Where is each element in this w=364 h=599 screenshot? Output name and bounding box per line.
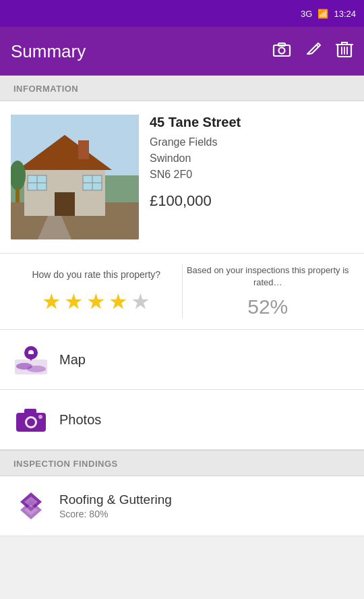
property-city: Swindon	[150, 150, 353, 167]
rating-section: How do you rate this property? ★ ★ ★ ★ ★…	[0, 254, 364, 330]
svg-rect-19	[16, 189, 20, 202]
information-section-label: INFORMATION	[0, 76, 364, 101]
header-actions	[272, 40, 353, 63]
svg-point-30	[38, 415, 42, 419]
map-icon	[11, 339, 51, 380]
photos-label: Photos	[59, 412, 101, 428]
photos-icon	[11, 399, 51, 440]
property-card: 45 Tane Street Grange Fields Swindon SN6…	[0, 101, 364, 254]
battery-indicator: 📶	[317, 9, 328, 19]
roofing-finding-item[interactable]: Roofing & Guttering Score: 80%	[0, 476, 364, 536]
svg-point-25	[27, 366, 46, 372]
rating-right: Based on your inspections this property …	[183, 264, 354, 318]
star-4[interactable]: ★	[109, 289, 128, 314]
camera-button[interactable]	[272, 40, 291, 63]
property-suburb: Grange Fields	[150, 134, 353, 150]
signal-indicator: 3G	[301, 9, 312, 19]
photos-menu-item[interactable]: Photos	[0, 390, 364, 450]
roofing-icon	[11, 486, 51, 526]
svg-rect-17	[78, 140, 89, 159]
rating-question: How do you rate this property?	[11, 268, 182, 282]
status-bar: 3G 📶 13:24	[0, 0, 364, 27]
property-price: £100,000	[150, 192, 353, 210]
edit-button[interactable]	[305, 40, 322, 62]
app-header: Summary	[0, 27, 364, 76]
rating-percent: 52%	[183, 295, 354, 318]
rating-left: How do you rate this property? ★ ★ ★ ★ ★	[11, 268, 182, 314]
svg-point-28	[27, 418, 35, 426]
finding-info: Roofing & Guttering Score: 80%	[59, 492, 172, 519]
property-street: 45 Tane Street	[150, 115, 353, 130]
map-label: Map	[59, 352, 86, 368]
finding-score: Score: 80%	[59, 509, 172, 519]
inspection-findings-label: INSPECTION FINDINGS	[0, 450, 364, 476]
page-title: Summary	[11, 41, 86, 62]
finding-title: Roofing & Guttering	[59, 492, 172, 507]
svg-rect-9	[55, 192, 75, 216]
star-5[interactable]: ★	[131, 289, 150, 314]
svg-rect-29	[24, 409, 36, 414]
rating-based-text: Based on your inspections this property …	[183, 264, 354, 289]
map-menu-item[interactable]: Map	[0, 330, 364, 390]
property-postcode: SN6 2F0	[150, 167, 353, 183]
property-image	[11, 115, 139, 239]
delete-button[interactable]	[336, 40, 353, 63]
time-display: 13:24	[334, 9, 356, 19]
property-info: 45 Tane Street Grange Fields Swindon SN6…	[150, 115, 353, 210]
svg-point-1	[279, 48, 285, 54]
star-2[interactable]: ★	[64, 289, 84, 314]
star-3[interactable]: ★	[86, 289, 106, 314]
star-rating[interactable]: ★ ★ ★ ★ ★	[11, 289, 182, 314]
star-1[interactable]: ★	[42, 289, 61, 314]
